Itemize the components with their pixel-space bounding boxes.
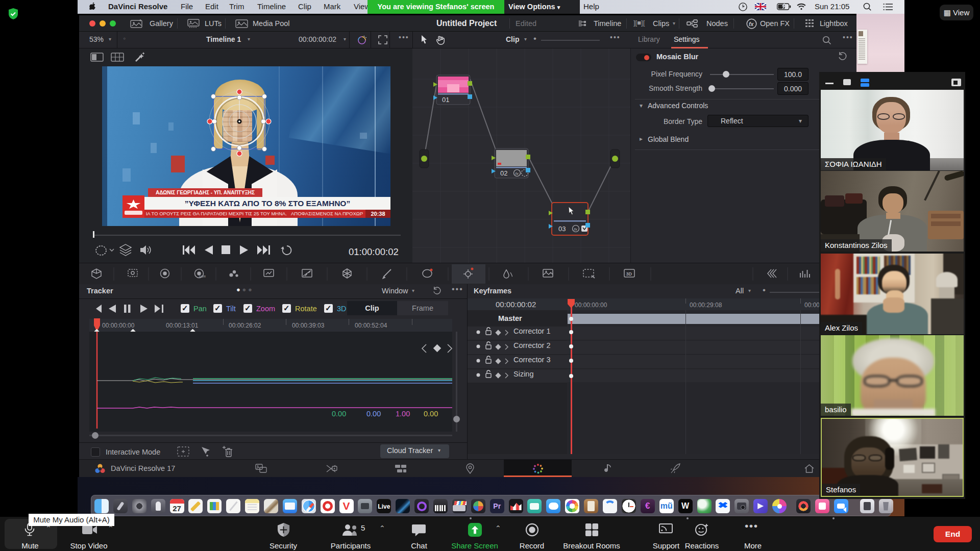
svg-text:fx: fx: [516, 171, 519, 176]
svg-text:03: 03: [558, 225, 566, 233]
svg-text:fx: fx: [749, 21, 754, 27]
svg-text:02: 02: [500, 169, 507, 177]
svg-text:3D: 3D: [626, 271, 632, 277]
svg-text:HDR: HDR: [199, 275, 206, 278]
svg-text:fx: fx: [574, 227, 578, 232]
svg-text:01: 01: [442, 96, 449, 104]
